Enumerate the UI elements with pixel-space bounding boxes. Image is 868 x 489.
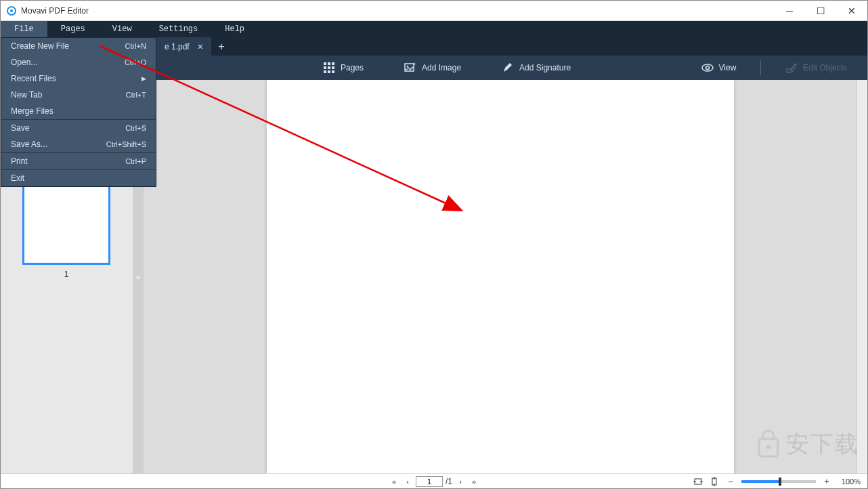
- fit-page-button[interactable]: [709, 476, 720, 487]
- svg-rect-4: [332, 62, 334, 65]
- page-total-label: /1: [446, 477, 452, 486]
- vertical-scrollbar[interactable]: [856, 80, 867, 473]
- svg-point-1: [10, 9, 13, 12]
- menu-settings[interactable]: Settings: [146, 21, 212, 37]
- document-canvas[interactable]: [144, 80, 856, 473]
- next-page-button[interactable]: ›: [455, 476, 466, 487]
- minimize-button[interactable]: ─: [774, 1, 805, 21]
- app-logo-icon: [6, 5, 17, 16]
- pages-button[interactable]: Pages: [303, 62, 384, 74]
- svg-rect-16: [787, 69, 791, 72]
- prev-page-button[interactable]: ‹: [402, 476, 413, 487]
- zoom-out-button[interactable]: −: [725, 476, 736, 487]
- page-nav-group: « ‹ /1 › »: [389, 476, 479, 487]
- menu-file[interactable]: File: [1, 21, 47, 37]
- svg-point-14: [702, 64, 713, 71]
- menu-save-as[interactable]: Save As...Ctrl+Shift+S: [1, 136, 156, 152]
- edit-objects-button[interactable]: Edit Objects: [765, 62, 867, 74]
- svg-point-15: [706, 66, 709, 70]
- menubar: File Pages View Settings Help: [1, 21, 867, 37]
- edit-icon: [785, 62, 798, 74]
- edit-objects-label: Edit Objects: [803, 63, 847, 72]
- svg-rect-3: [328, 62, 330, 65]
- svg-rect-6: [328, 66, 330, 69]
- submenu-arrow-icon: ▶: [142, 75, 146, 82]
- close-button[interactable]: ✕: [836, 1, 867, 21]
- file-dropdown: Create New FileCtrl+N Open...Ctrl+O Rece…: [1, 37, 156, 187]
- add-image-button[interactable]: + Add Image: [384, 62, 481, 74]
- menu-help[interactable]: Help: [211, 21, 258, 37]
- add-signature-label: Add Signature: [519, 63, 571, 72]
- toolbar-divider: [760, 60, 761, 75]
- svg-rect-10: [332, 70, 334, 73]
- svg-text:+: +: [413, 62, 416, 67]
- fit-width-button[interactable]: [693, 476, 703, 487]
- statusbar: « ‹ /1 › » − + 100%: [1, 473, 867, 488]
- pages-label: Pages: [341, 63, 364, 72]
- menu-open[interactable]: Open...Ctrl+O: [1, 54, 156, 70]
- window-title: Movavi PDF Editor: [21, 6, 774, 16]
- last-page-button[interactable]: »: [469, 476, 479, 487]
- maximize-button[interactable]: ☐: [805, 1, 836, 21]
- menu-merge-files[interactable]: Merge Files: [1, 103, 156, 119]
- tab-close-icon[interactable]: ×: [198, 41, 203, 52]
- svg-rect-5: [324, 66, 326, 69]
- menu-save[interactable]: SaveCtrl+S: [1, 120, 156, 136]
- menu-create-new-file[interactable]: Create New FileCtrl+N: [1, 38, 156, 54]
- zoom-in-button[interactable]: +: [821, 476, 832, 487]
- menu-pages[interactable]: Pages: [47, 21, 99, 37]
- svg-rect-2: [324, 62, 326, 65]
- tab-label: e 1.pdf: [165, 42, 190, 51]
- zoom-group: − + 100%: [693, 476, 867, 487]
- grid-icon: [323, 62, 335, 74]
- document-page[interactable]: [267, 80, 734, 473]
- pen-icon: [502, 62, 514, 74]
- titlebar: Movavi PDF Editor ─ ☐ ✕: [1, 1, 867, 21]
- eye-icon: [701, 62, 714, 74]
- thumbnail-number: 1: [22, 270, 110, 279]
- svg-rect-8: [324, 70, 326, 73]
- chevron-left-icon: «: [136, 272, 141, 282]
- svg-rect-9: [328, 70, 330, 73]
- image-plus-icon: +: [404, 62, 416, 74]
- menu-new-tab[interactable]: New TabCtrl+T: [1, 87, 156, 103]
- svg-point-12: [407, 66, 409, 68]
- menu-view[interactable]: View: [99, 21, 146, 37]
- zoom-value: 100%: [838, 477, 861, 486]
- menu-exit[interactable]: Exit: [1, 170, 156, 186]
- view-button[interactable]: View: [681, 62, 757, 74]
- add-signature-button[interactable]: Add Signature: [481, 62, 591, 74]
- document-tab[interactable]: e 1.pdf ×: [156, 37, 211, 56]
- page-number-input[interactable]: [416, 476, 443, 487]
- first-page-button[interactable]: «: [389, 476, 399, 487]
- view-label: View: [719, 63, 737, 72]
- new-tab-button[interactable]: +: [211, 37, 232, 56]
- add-image-label: Add Image: [422, 63, 461, 72]
- zoom-slider-thumb[interactable]: [779, 477, 781, 486]
- menu-recent-files[interactable]: Recent Files▶: [1, 70, 156, 87]
- svg-rect-7: [332, 66, 334, 69]
- zoom-slider[interactable]: [741, 480, 816, 483]
- menu-print[interactable]: PrintCtrl+P: [1, 153, 156, 169]
